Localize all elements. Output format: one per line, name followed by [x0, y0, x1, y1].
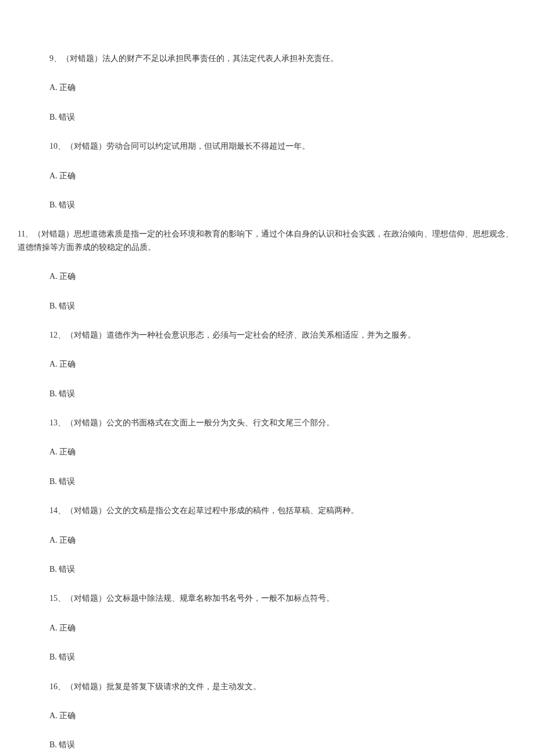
- option-a: A. 正确: [17, 170, 518, 182]
- question-type: （对错题）: [66, 331, 106, 339]
- option-a: A. 正确: [17, 446, 518, 458]
- option-b: B. 错误: [17, 739, 518, 751]
- question-number: 15、: [49, 594, 66, 603]
- question-text: 12、（对错题）道德作为一种社会意识形态，必须与一定社会的经济、政治关系相适应，…: [17, 329, 518, 342]
- question-content: 法人的财产不足以承担民事责任的，其法定代表人承担补充责任。: [102, 54, 338, 63]
- option-a: A. 正确: [17, 534, 518, 547]
- option-b: B. 错误: [17, 563, 518, 576]
- question-type: （对错题）: [66, 682, 106, 691]
- question-content: 思想道德素质是指一定的社会环境和教育的影响下，通过个体自身的认识和社会实践，在政…: [17, 230, 513, 251]
- option-b: B. 错误: [17, 475, 518, 488]
- question-content: 批复是答复下级请求的文件，是主动发文。: [106, 682, 261, 691]
- question-number: 14、: [49, 506, 66, 515]
- option-b: B. 错误: [17, 388, 518, 400]
- question-type: （对错题）: [66, 506, 106, 515]
- question-block: 13、（对错题）公文的书面格式在文面上一般分为文头、行文和文尾三个部分。A. 正…: [17, 417, 518, 488]
- question-content: 公文的书面格式在文面上一般分为文头、行文和文尾三个部分。: [106, 418, 334, 427]
- question-block: 14、（对错题）公文的文稿是指公文在起草过程中形成的稿件，包括草稿、定稿两种。A…: [17, 504, 518, 576]
- question-number: 16、: [49, 682, 66, 691]
- question-type: （对错题）: [66, 142, 106, 151]
- question-text: 9、（对错题）法人的财产不足以承担民事责任的，其法定代表人承担补充责任。: [17, 52, 518, 65]
- question-type: （对错题）: [66, 418, 106, 427]
- question-block: 15、（对错题）公文标题中除法规、规章名称加书名号外，一般不加标点符号。A. 正…: [17, 592, 518, 664]
- option-b: B. 错误: [17, 651, 518, 664]
- question-number: 10、: [49, 142, 66, 151]
- question-block: 10、（对错题）劳动合同可以约定试用期，但试用期最长不得超过一年。A. 正确B.…: [17, 140, 518, 212]
- question-block: 9、（对错题）法人的财产不足以承担民事责任的，其法定代表人承担补充责任。A. 正…: [17, 52, 518, 124]
- option-b: B. 错误: [17, 199, 518, 212]
- question-text: 13、（对错题）公文的书面格式在文面上一般分为文头、行文和文尾三个部分。: [17, 417, 518, 429]
- option-b: B. 错误: [17, 300, 518, 313]
- question-type: （对错题）: [33, 230, 74, 238]
- question-content: 道德作为一种社会意识形态，必须与一定社会的经济、政治关系相适应，并为之服务。: [106, 331, 416, 339]
- question-text: 15、（对错题）公文标题中除法规、规章名称加书名号外，一般不加标点符号。: [17, 592, 518, 605]
- question-type: （对错题）: [66, 594, 106, 603]
- question-block: 16、（对错题）批复是答复下级请求的文件，是主动发文。A. 正确B. 错误: [17, 680, 518, 752]
- option-b: B. 错误: [17, 111, 518, 124]
- question-type: （对错题）: [62, 54, 102, 63]
- option-a: A. 正确: [17, 622, 518, 635]
- option-a: A. 正确: [17, 710, 518, 722]
- question-text: 14、（对错题）公文的文稿是指公文在起草过程中形成的稿件，包括草稿、定稿两种。: [17, 504, 518, 517]
- question-content: 劳动合同可以约定试用期，但试用期最长不得超过一年。: [106, 142, 310, 151]
- question-block: 11、（对错题）思想道德素质是指一定的社会环境和教育的影响下，通过个体自身的认识…: [17, 228, 518, 313]
- question-number: 9、: [49, 54, 62, 63]
- question-content: 公文标题中除法规、规章名称加书名号外，一般不加标点符号。: [106, 594, 334, 603]
- question-text: 16、（对错题）批复是答复下级请求的文件，是主动发文。: [17, 680, 518, 693]
- question-number: 11、: [17, 230, 33, 238]
- option-a: A. 正确: [17, 270, 518, 283]
- question-content: 公文的文稿是指公文在起草过程中形成的稿件，包括草稿、定稿两种。: [106, 506, 359, 515]
- option-a: A. 正确: [17, 81, 518, 94]
- question-text: 11、（对错题）思想道德素质是指一定的社会环境和教育的影响下，通过个体自身的认识…: [17, 228, 518, 254]
- question-block: 12、（对错题）道德作为一种社会意识形态，必须与一定社会的经济、政治关系相适应，…: [17, 329, 518, 400]
- question-number: 12、: [49, 331, 66, 339]
- question-number: 13、: [49, 418, 66, 427]
- option-a: A. 正确: [17, 358, 518, 371]
- question-text: 10、（对错题）劳动合同可以约定试用期，但试用期最长不得超过一年。: [17, 140, 518, 153]
